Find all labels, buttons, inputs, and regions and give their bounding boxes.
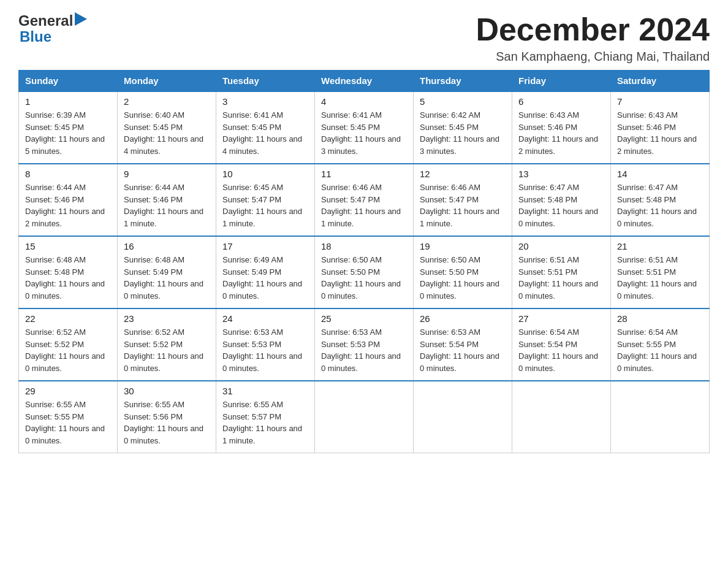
month-title: December 2024 <box>476 12 710 47</box>
calendar-cell: 19 Sunrise: 6:50 AMSunset: 5:50 PMDaylig… <box>414 236 512 308</box>
day-number: 22 <box>25 313 111 324</box>
col-monday: Monday <box>118 71 216 92</box>
day-number: 23 <box>124 313 210 324</box>
logo: General Blue <box>18 12 87 45</box>
col-sunday: Sunday <box>19 71 118 92</box>
col-tuesday: Tuesday <box>216 71 315 92</box>
title-block: December 2024 San Kamphaeng, Chiang Mai,… <box>476 12 710 64</box>
calendar-cell: 20 Sunrise: 6:51 AMSunset: 5:51 PMDaylig… <box>512 236 611 308</box>
calendar-cell: 8 Sunrise: 6:44 AMSunset: 5:46 PMDayligh… <box>19 164 118 236</box>
day-info: Sunrise: 6:52 AMSunset: 5:52 PMDaylight:… <box>124 327 203 373</box>
calendar-cell: 17 Sunrise: 6:49 AMSunset: 5:49 PMDaylig… <box>216 236 315 308</box>
calendar-cell: 11 Sunrise: 6:46 AMSunset: 5:47 PMDaylig… <box>315 164 414 236</box>
calendar-cell <box>611 381 710 453</box>
calendar-header-row: Sunday Monday Tuesday Wednesday Thursday… <box>19 71 710 92</box>
logo-blue-text: Blue <box>20 28 51 45</box>
day-number: 8 <box>25 169 111 179</box>
page-header: General Blue December 2024 San Kamphaeng… <box>18 12 710 64</box>
calendar-cell: 25 Sunrise: 6:53 AMSunset: 5:53 PMDaylig… <box>315 308 414 381</box>
calendar-cell: 10 Sunrise: 6:45 AMSunset: 5:47 PMDaylig… <box>216 164 315 236</box>
col-friday: Friday <box>512 71 611 92</box>
day-info: Sunrise: 6:48 AMSunset: 5:48 PMDaylight:… <box>25 255 105 301</box>
calendar-cell: 1 Sunrise: 6:39 AMSunset: 5:45 PMDayligh… <box>19 91 118 164</box>
week-row-5: 29 Sunrise: 6:55 AMSunset: 5:55 PMDaylig… <box>19 381 710 453</box>
day-info: Sunrise: 6:48 AMSunset: 5:49 PMDaylight:… <box>124 255 203 301</box>
calendar-cell: 12 Sunrise: 6:46 AMSunset: 5:47 PMDaylig… <box>414 164 512 236</box>
location-subtitle: San Kamphaeng, Chiang Mai, Thailand <box>476 50 710 64</box>
day-info: Sunrise: 6:44 AMSunset: 5:46 PMDaylight:… <box>124 183 203 228</box>
calendar-cell: 24 Sunrise: 6:53 AMSunset: 5:53 PMDaylig… <box>216 308 315 381</box>
day-number: 9 <box>124 169 210 179</box>
day-info: Sunrise: 6:51 AMSunset: 5:51 PMDaylight:… <box>518 255 598 301</box>
col-wednesday: Wednesday <box>315 71 414 92</box>
day-info: Sunrise: 6:44 AMSunset: 5:46 PMDaylight:… <box>25 183 105 228</box>
day-number: 24 <box>222 313 308 324</box>
day-info: Sunrise: 6:39 AMSunset: 5:45 PMDaylight:… <box>25 110 105 156</box>
day-info: Sunrise: 6:47 AMSunset: 5:48 PMDaylight:… <box>518 183 598 228</box>
day-number: 7 <box>617 96 703 107</box>
calendar-cell: 29 Sunrise: 6:55 AMSunset: 5:55 PMDaylig… <box>19 381 118 453</box>
col-thursday: Thursday <box>414 71 512 92</box>
calendar-cell: 27 Sunrise: 6:54 AMSunset: 5:54 PMDaylig… <box>512 308 611 381</box>
day-number: 31 <box>222 386 308 396</box>
week-row-2: 8 Sunrise: 6:44 AMSunset: 5:46 PMDayligh… <box>19 164 710 236</box>
calendar-cell: 16 Sunrise: 6:48 AMSunset: 5:49 PMDaylig… <box>118 236 216 308</box>
calendar-cell: 26 Sunrise: 6:53 AMSunset: 5:54 PMDaylig… <box>414 308 512 381</box>
day-info: Sunrise: 6:49 AMSunset: 5:49 PMDaylight:… <box>222 255 302 301</box>
day-info: Sunrise: 6:54 AMSunset: 5:55 PMDaylight:… <box>617 327 697 373</box>
calendar-cell: 18 Sunrise: 6:50 AMSunset: 5:50 PMDaylig… <box>315 236 414 308</box>
calendar-cell: 6 Sunrise: 6:43 AMSunset: 5:46 PMDayligh… <box>512 91 611 164</box>
day-info: Sunrise: 6:46 AMSunset: 5:47 PMDaylight:… <box>321 183 401 228</box>
calendar-cell: 15 Sunrise: 6:48 AMSunset: 5:48 PMDaylig… <box>19 236 118 308</box>
day-info: Sunrise: 6:53 AMSunset: 5:53 PMDaylight:… <box>222 327 302 373</box>
day-number: 5 <box>420 96 506 107</box>
calendar-cell: 7 Sunrise: 6:43 AMSunset: 5:46 PMDayligh… <box>611 91 710 164</box>
day-number: 11 <box>321 169 407 179</box>
day-number: 2 <box>124 96 210 107</box>
calendar-cell: 9 Sunrise: 6:44 AMSunset: 5:46 PMDayligh… <box>118 164 216 236</box>
day-info: Sunrise: 6:52 AMSunset: 5:52 PMDaylight:… <box>25 327 105 373</box>
calendar-cell: 31 Sunrise: 6:55 AMSunset: 5:57 PMDaylig… <box>216 381 315 453</box>
day-number: 30 <box>124 386 210 396</box>
week-row-4: 22 Sunrise: 6:52 AMSunset: 5:52 PMDaylig… <box>19 308 710 381</box>
calendar-cell <box>315 381 414 453</box>
day-number: 6 <box>518 96 604 107</box>
day-info: Sunrise: 6:53 AMSunset: 5:54 PMDaylight:… <box>420 327 499 373</box>
day-info: Sunrise: 6:54 AMSunset: 5:54 PMDaylight:… <box>518 327 598 373</box>
day-info: Sunrise: 6:50 AMSunset: 5:50 PMDaylight:… <box>321 255 401 301</box>
week-row-1: 1 Sunrise: 6:39 AMSunset: 5:45 PMDayligh… <box>19 91 710 164</box>
day-info: Sunrise: 6:41 AMSunset: 5:45 PMDaylight:… <box>222 110 302 156</box>
day-number: 15 <box>25 241 111 251</box>
calendar-cell: 23 Sunrise: 6:52 AMSunset: 5:52 PMDaylig… <box>118 308 216 381</box>
logo-arrow-icon <box>75 12 87 29</box>
day-number: 14 <box>617 169 703 179</box>
day-number: 17 <box>222 241 308 251</box>
calendar-cell: 3 Sunrise: 6:41 AMSunset: 5:45 PMDayligh… <box>216 91 315 164</box>
day-number: 3 <box>222 96 308 107</box>
day-number: 28 <box>617 313 703 324</box>
day-number: 19 <box>420 241 506 251</box>
calendar-cell <box>512 381 611 453</box>
day-info: Sunrise: 6:47 AMSunset: 5:48 PMDaylight:… <box>617 183 697 228</box>
day-number: 4 <box>321 96 407 107</box>
calendar-cell: 21 Sunrise: 6:51 AMSunset: 5:51 PMDaylig… <box>611 236 710 308</box>
day-number: 10 <box>222 169 308 179</box>
calendar-cell: 14 Sunrise: 6:47 AMSunset: 5:48 PMDaylig… <box>611 164 710 236</box>
logo-general-text: General <box>18 12 73 29</box>
day-number: 16 <box>124 241 210 251</box>
svg-marker-0 <box>75 12 87 26</box>
calendar-table: Sunday Monday Tuesday Wednesday Thursday… <box>18 70 710 453</box>
day-info: Sunrise: 6:46 AMSunset: 5:47 PMDaylight:… <box>420 183 499 228</box>
day-number: 25 <box>321 313 407 324</box>
day-info: Sunrise: 6:51 AMSunset: 5:51 PMDaylight:… <box>617 255 697 301</box>
day-info: Sunrise: 6:45 AMSunset: 5:47 PMDaylight:… <box>222 183 302 228</box>
day-number: 1 <box>25 96 111 107</box>
day-info: Sunrise: 6:41 AMSunset: 5:45 PMDaylight:… <box>321 110 401 156</box>
calendar-cell: 22 Sunrise: 6:52 AMSunset: 5:52 PMDaylig… <box>19 308 118 381</box>
day-info: Sunrise: 6:40 AMSunset: 5:45 PMDaylight:… <box>124 110 203 156</box>
day-info: Sunrise: 6:50 AMSunset: 5:50 PMDaylight:… <box>420 255 499 301</box>
day-info: Sunrise: 6:42 AMSunset: 5:45 PMDaylight:… <box>420 110 499 156</box>
day-number: 13 <box>518 169 604 179</box>
calendar-cell: 5 Sunrise: 6:42 AMSunset: 5:45 PMDayligh… <box>414 91 512 164</box>
day-info: Sunrise: 6:55 AMSunset: 5:55 PMDaylight:… <box>25 400 105 445</box>
